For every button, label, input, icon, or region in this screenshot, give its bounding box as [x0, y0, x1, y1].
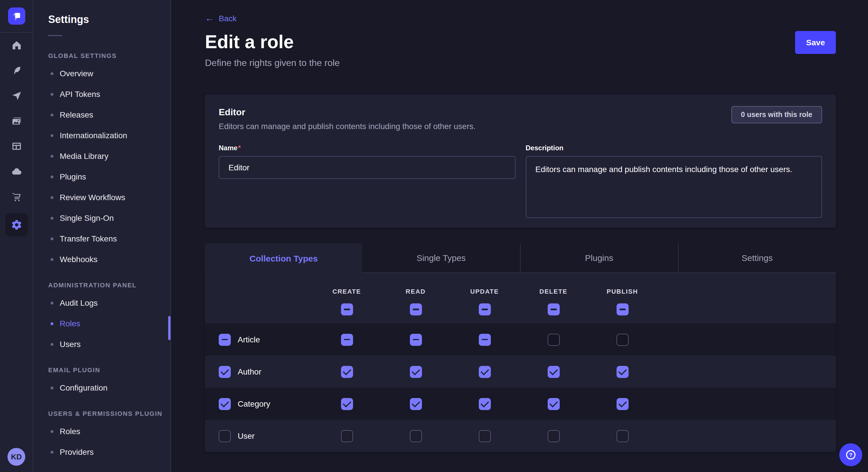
- permission-cell: [381, 366, 450, 378]
- name-input[interactable]: [219, 156, 515, 179]
- permission-row-author: Author: [205, 356, 836, 388]
- sidebar-item-label: Review Workflows: [60, 193, 125, 202]
- sidebar-item-label: Roles: [60, 427, 81, 436]
- category-publish-checkbox[interactable]: [616, 398, 628, 410]
- sidebar-item-roles[interactable]: Roles: [33, 425, 170, 438]
- sidebar-item-audit-logs[interactable]: Audit Logs: [33, 297, 170, 309]
- author-read-checkbox[interactable]: [410, 366, 422, 378]
- save-button[interactable]: Save: [795, 31, 836, 54]
- category-read-checkbox[interactable]: [410, 398, 422, 410]
- permission-cell: [381, 430, 450, 442]
- select-all-delete-checkbox[interactable]: [547, 303, 559, 315]
- sidebar-item-media-library[interactable]: Media Library: [33, 150, 170, 162]
- category-delete-checkbox[interactable]: [547, 398, 559, 410]
- sidebar-item-releases[interactable]: Releases: [33, 108, 170, 121]
- sidebar-item-transfer-tokens[interactable]: Transfer Tokens: [33, 232, 170, 245]
- sidebar-section-list: Audit LogsRolesUsers: [33, 297, 170, 350]
- user-delete-checkbox[interactable]: [547, 430, 559, 442]
- cloud-icon[interactable]: [9, 165, 23, 178]
- user-read-checkbox[interactable]: [410, 430, 422, 442]
- sidebar-item-plugins[interactable]: Plugins: [33, 170, 170, 183]
- description-textarea[interactable]: Editors can manage and publish contents …: [526, 156, 822, 218]
- sidebar-item-webhooks[interactable]: Webhooks: [33, 253, 170, 266]
- tab-settings[interactable]: Settings: [678, 243, 836, 273]
- article-publish-checkbox[interactable]: [616, 334, 628, 345]
- author-delete-checkbox[interactable]: [547, 366, 559, 378]
- article-delete-checkbox[interactable]: [547, 334, 559, 345]
- permission-cell: [588, 398, 657, 410]
- category-update-checkbox[interactable]: [478, 398, 491, 410]
- permission-cell: [312, 430, 381, 442]
- sidebar-scrollbar-thumb[interactable]: [168, 316, 170, 340]
- sidebar-item-providers[interactable]: Providers: [33, 446, 170, 458]
- sidebar-item-label: API Tokens: [60, 90, 100, 99]
- select-all-publish-checkbox[interactable]: [616, 303, 628, 315]
- user-create-checkbox[interactable]: [341, 430, 353, 442]
- sidebar-item-label: Overview: [60, 69, 93, 78]
- column-header-read: READ: [381, 273, 450, 324]
- back-label: Back: [219, 14, 237, 23]
- name-label: Name*: [219, 144, 241, 152]
- settings-sidebar: Settings GLOBAL SETTINGSOverviewAPI Toke…: [33, 0, 171, 472]
- permission-cell: [519, 334, 588, 345]
- select-all-read-checkbox[interactable]: [410, 303, 422, 315]
- content-type-name: User: [238, 431, 255, 440]
- layout-icon[interactable]: [9, 139, 23, 153]
- user-update-checkbox[interactable]: [478, 430, 491, 442]
- sidebar-item-roles[interactable]: Roles: [33, 317, 170, 330]
- sidebar-item-configuration[interactable]: Configuration: [33, 381, 170, 394]
- tab-plugins[interactable]: Plugins: [520, 243, 678, 273]
- cart-icon[interactable]: [9, 190, 23, 204]
- sidebar-section-list: RolesProviders: [33, 425, 170, 458]
- sidebar-item-review-workflows[interactable]: Review Workflows: [33, 191, 170, 204]
- column-header-publish: PUBLISH: [588, 273, 657, 324]
- users-with-role-badge[interactable]: 0 users with this role: [731, 106, 822, 123]
- select-all-update-checkbox[interactable]: [478, 303, 491, 315]
- strapi-logo-icon[interactable]: [8, 7, 25, 25]
- tab-collection-types[interactable]: Collection Types: [205, 243, 363, 273]
- sidebar-item-internationalization[interactable]: Internationalization: [33, 129, 170, 142]
- user-publish-checkbox[interactable]: [616, 430, 628, 442]
- row-user-checkbox[interactable]: [219, 430, 231, 442]
- user-avatar[interactable]: KD: [7, 448, 25, 466]
- sidebar-item-single-sign-on[interactable]: Single Sign-On: [33, 212, 170, 224]
- category-create-checkbox[interactable]: [341, 398, 353, 410]
- article-create-checkbox[interactable]: [341, 334, 353, 345]
- back-link[interactable]: ← Back: [205, 14, 237, 23]
- author-publish-checkbox[interactable]: [616, 366, 628, 378]
- author-create-checkbox[interactable]: [341, 366, 353, 378]
- sidebar-item-overview[interactable]: Overview: [33, 67, 170, 80]
- paper-plane-icon[interactable]: [9, 89, 23, 103]
- feather-icon[interactable]: [9, 64, 23, 77]
- permission-cell: [588, 366, 657, 378]
- photos-icon[interactable]: [9, 114, 23, 128]
- permission-cell: [450, 430, 519, 442]
- sidebar-title: Settings: [33, 0, 170, 26]
- article-update-checkbox[interactable]: [478, 334, 491, 345]
- row-article-checkbox[interactable]: [219, 334, 231, 345]
- page-subtitle: Define the rights given to the role: [205, 58, 340, 68]
- permissions-rows: ArticleAuthorCategoryUser: [205, 324, 836, 452]
- article-read-checkbox[interactable]: [410, 334, 422, 345]
- row-category-checkbox[interactable]: [219, 398, 231, 410]
- help-button[interactable]: ?: [839, 443, 862, 466]
- content-type-name: Author: [238, 367, 261, 376]
- select-all-create-checkbox[interactable]: [341, 303, 353, 315]
- sidebar-item-label: Users: [60, 339, 81, 349]
- column-header-label: DELETE: [539, 288, 567, 295]
- logo-area: [0, 0, 33, 33]
- row-author-checkbox[interactable]: [219, 366, 231, 378]
- permission-cell: [312, 366, 381, 378]
- description-field-group: Description Editors can manage and publi…: [526, 142, 822, 220]
- permission-row-user: User: [205, 420, 836, 452]
- permission-cell: [381, 334, 450, 345]
- tab-single-types[interactable]: Single Types: [363, 243, 520, 273]
- home-icon[interactable]: [9, 38, 23, 52]
- sidebar-sections: GLOBAL SETTINGSOverviewAPI TokensRelease…: [33, 52, 170, 458]
- author-update-checkbox[interactable]: [478, 366, 491, 378]
- gear-icon[interactable]: [5, 213, 28, 236]
- sidebar-item-users[interactable]: Users: [33, 338, 170, 350]
- sidebar-item-api-tokens[interactable]: API Tokens: [33, 88, 170, 100]
- row-label-cell: Article: [205, 334, 312, 345]
- sidebar-item-label: Webhooks: [60, 255, 98, 264]
